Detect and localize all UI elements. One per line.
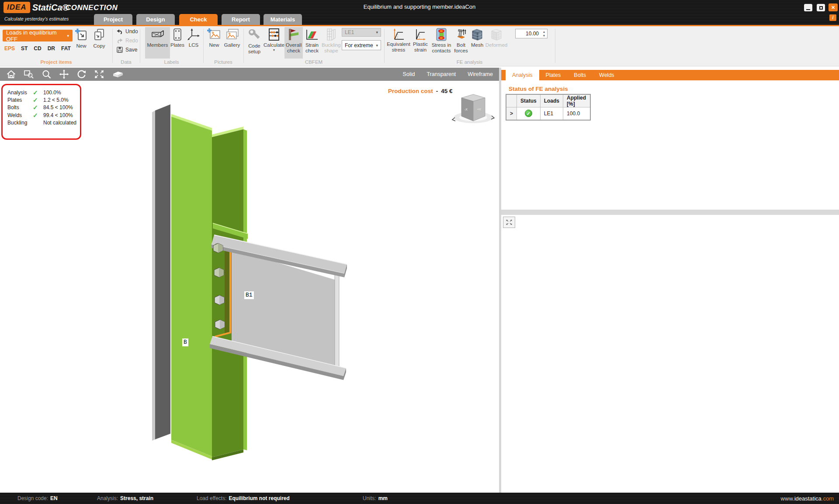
analysis-type-st[interactable]: ST [21, 45, 28, 52]
equivalent-stress-button[interactable]: Equivalent stress [386, 27, 411, 59]
tab-design[interactable]: Design [136, 14, 175, 25]
analysis-type-eps[interactable]: EPS [4, 45, 15, 52]
extreme-combo-value: For extreme [345, 42, 373, 48]
row-loads: LE1 [540, 107, 563, 120]
group-label-labels: Labels [140, 59, 203, 65]
minimize-button[interactable] [804, 4, 812, 11]
row-expander[interactable]: > [506, 107, 517, 120]
viewport-3d[interactable]: -X +Y Analysis ✓ 100.0% Plates ✓ 1.2 < 5… [0, 81, 499, 493]
view-mode-transparent[interactable]: Transparent [426, 71, 456, 77]
overall-check-label: Overall check [284, 42, 303, 54]
maximize-icon [819, 6, 823, 10]
redo-button[interactable]: Redo [117, 37, 140, 45]
calculate-dropdown-caret[interactable]: ▾ [273, 48, 275, 52]
zoom-button[interactable] [42, 69, 52, 79]
spinner-down-icon[interactable]: ▼ [543, 34, 545, 38]
deformed-icon [490, 28, 503, 41]
col-applied: Applied [%] [563, 94, 590, 107]
close-button[interactable]: ✕ [829, 3, 838, 11]
rotate-button[interactable] [76, 69, 87, 79]
summary-row-buckling: Buckling Not calculated [7, 119, 77, 127]
analysis-type-fat[interactable]: FAT [61, 45, 71, 52]
expand-panel-button[interactable] [503, 217, 515, 228]
pan-button[interactable] [59, 69, 69, 79]
analysis-type-dr[interactable]: DR [48, 45, 55, 52]
members-labels-button[interactable]: Members [145, 27, 170, 59]
lcs-labels-button[interactable]: LCS [185, 27, 202, 59]
overall-check-button[interactable]: Overall check [284, 27, 303, 59]
maximize-button[interactable] [817, 4, 825, 11]
column-member-label[interactable]: B [182, 338, 188, 346]
new-picture-icon [207, 28, 221, 41]
plates-labels-button[interactable]: Plates [170, 27, 185, 59]
summary-name: Analysis [7, 90, 33, 96]
undo-label: Undo [125, 28, 138, 35]
navigation-cube[interactable]: -X +Y [452, 94, 494, 123]
plastic-strain-button[interactable]: Plastic strain [411, 27, 430, 59]
strain-check-button[interactable]: Strain check [303, 27, 321, 59]
table-row[interactable]: > ✓ LE1 100.0 [506, 107, 590, 120]
view-mode-solid[interactable]: Solid [403, 71, 415, 77]
copy-icon [93, 28, 106, 42]
mesh-button[interactable]: Mesh [469, 27, 485, 59]
new-picture-label: New [209, 42, 219, 48]
calculate-button[interactable]: Calculate ▾ [263, 27, 284, 59]
connection-3d-model: -X +Y [0, 81, 499, 493]
home-view-button[interactable] [6, 69, 16, 79]
svg-text:+Y: +Y [477, 108, 481, 111]
buckling-shape-button[interactable]: Buckling shape [321, 27, 341, 59]
fit-view-icon [94, 69, 104, 79]
status-design-code: Design code:EN [17, 495, 58, 501]
fit-view-button[interactable] [94, 69, 104, 79]
results-tab-analysis[interactable]: Analysis [506, 70, 539, 80]
results-tab-welds[interactable]: Welds [593, 70, 621, 80]
new-project-button[interactable]: New [73, 27, 90, 59]
tab-project[interactable]: Project [94, 14, 132, 25]
tab-check[interactable]: Check [179, 14, 218, 25]
load-effect-combo[interactable]: LE1 ▾ [342, 28, 381, 37]
wrench-icon [248, 28, 261, 42]
bolt-forces-button[interactable]: Bolt forces [453, 27, 469, 59]
fe-analysis-table: Status Loads Applied [%] > ✓ LE1 100.0 [506, 94, 591, 121]
results-tab-bolts[interactable]: Bolts [567, 70, 593, 80]
stress-in-contacts-label: Stress in contacts [430, 42, 453, 54]
stress-in-contacts-button[interactable]: Stress in contacts [430, 27, 453, 59]
spinner-arrows[interactable]: ▲▼ [541, 30, 547, 38]
website-name: ideastatica [794, 495, 822, 502]
ribbon: Loads in equilibrium OFF ▾ EPS ST CD DR … [0, 26, 839, 66]
extreme-combo[interactable]: For extreme ▾ [342, 40, 381, 50]
deformation-scale-spinner[interactable]: 10.00 ▲▼ [515, 29, 548, 38]
panel-splitter[interactable] [501, 210, 839, 215]
bolt-forces-label: Bolt forces [453, 42, 469, 54]
solid-box-button[interactable] [112, 69, 124, 79]
production-cost-label: Production cost [388, 88, 433, 94]
calculate-label: Calculate [263, 42, 284, 48]
deformed-button[interactable]: Deformed [485, 27, 508, 59]
ribbon-group-fe-analysis: Equivalent stress Plastic strain Stress … [384, 26, 555, 66]
analysis-type-cd[interactable]: CD [34, 45, 41, 52]
view-mode-wireframe[interactable]: Wireframe [468, 71, 493, 77]
website-tld: .com [822, 495, 834, 502]
save-button[interactable]: Save [117, 46, 140, 54]
summary-name: Plates [7, 97, 33, 103]
gallery-button[interactable]: Gallery [222, 27, 242, 59]
tab-report[interactable]: Report [222, 14, 260, 25]
spinner-up-icon[interactable]: ▲ [543, 30, 545, 34]
website-link[interactable]: www.ideastatica.com [781, 495, 834, 502]
code-setup-button[interactable]: Code setup [245, 27, 263, 59]
status-label: Load effects: [197, 495, 227, 501]
undo-button[interactable]: Undo [117, 28, 140, 35]
zoom-window-button[interactable] [24, 69, 34, 79]
ribbon-separator [555, 29, 555, 63]
tab-materials[interactable]: Materials [263, 14, 302, 25]
save-label: Save [125, 47, 137, 53]
results-tab-plates[interactable]: Plates [539, 70, 568, 80]
beam-member-label[interactable]: B1 [244, 291, 254, 299]
copy-label: Copy [94, 43, 105, 49]
production-cost-dash: - [436, 88, 438, 94]
check-pass-icon: ✓ [33, 89, 43, 96]
info-button[interactable]: i [829, 14, 836, 21]
copy-project-button[interactable]: Copy [90, 27, 108, 59]
new-picture-button[interactable]: New [206, 27, 222, 59]
loads-in-equilibrium-button[interactable]: Loads in equilibrium OFF ▾ [3, 30, 73, 41]
